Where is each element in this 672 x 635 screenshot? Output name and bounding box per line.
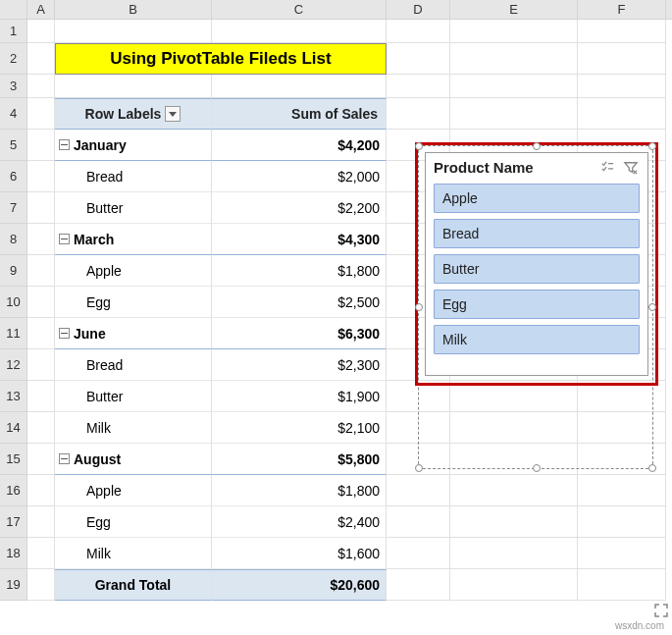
row-header[interactable]: 1 bbox=[0, 20, 27, 43]
row-header[interactable]: 12 bbox=[0, 349, 27, 381]
row-header[interactable]: 11 bbox=[0, 318, 27, 349]
grand-total-label[interactable]: Grand Total bbox=[55, 569, 212, 601]
row-header[interactable]: 15 bbox=[0, 444, 27, 475]
multiselect-icon[interactable] bbox=[598, 160, 616, 176]
cell[interactable] bbox=[578, 20, 666, 43]
pivot-item-value[interactable]: $1,800 bbox=[212, 475, 387, 506]
pivot-item-value[interactable]: $1,900 bbox=[212, 381, 387, 412]
pivot-group[interactable]: August bbox=[55, 444, 212, 475]
pivot-item-value[interactable]: $1,800 bbox=[212, 255, 387, 287]
pivot-item-value[interactable]: $2,100 bbox=[212, 412, 387, 444]
cell[interactable] bbox=[450, 475, 578, 506]
pivot-group[interactable]: January bbox=[55, 130, 212, 161]
cell[interactable] bbox=[578, 43, 666, 75]
pivot-item-value[interactable]: $2,200 bbox=[212, 192, 387, 224]
pivot-group-value[interactable]: $4,300 bbox=[212, 224, 387, 255]
row-header[interactable]: 5 bbox=[0, 130, 27, 161]
cell[interactable] bbox=[27, 506, 55, 538]
cell[interactable] bbox=[27, 20, 55, 43]
pivot-item[interactable]: Milk bbox=[55, 538, 212, 569]
cell[interactable] bbox=[27, 318, 55, 349]
col-header-F[interactable]: F bbox=[578, 0, 666, 19]
cell[interactable] bbox=[387, 98, 450, 130]
slicer-item[interactable]: Bread bbox=[434, 219, 640, 248]
cell[interactable] bbox=[27, 224, 55, 255]
col-header-C[interactable]: C bbox=[212, 0, 387, 19]
row-header[interactable]: 3 bbox=[0, 75, 27, 98]
pivot-item[interactable]: Butter bbox=[55, 381, 212, 412]
cell[interactable] bbox=[578, 506, 666, 538]
cell[interactable] bbox=[27, 75, 55, 98]
select-all-corner[interactable] bbox=[0, 0, 27, 19]
pivot-item[interactable]: Apple bbox=[55, 475, 212, 506]
slicer-item[interactable]: Egg bbox=[434, 290, 640, 319]
grand-total-value[interactable]: $20,600 bbox=[212, 569, 387, 601]
cell[interactable] bbox=[387, 569, 450, 601]
row-header[interactable]: 8 bbox=[0, 224, 27, 255]
cell[interactable] bbox=[27, 412, 55, 444]
cell[interactable] bbox=[450, 569, 578, 601]
cell[interactable] bbox=[450, 538, 578, 569]
row-header[interactable]: 14 bbox=[0, 412, 27, 444]
cell[interactable] bbox=[578, 569, 666, 601]
pivot-item[interactable]: Bread bbox=[55, 161, 212, 192]
row-header[interactable]: 19 bbox=[0, 569, 27, 601]
cell[interactable] bbox=[27, 255, 55, 287]
pivot-item[interactable]: Egg bbox=[55, 506, 212, 538]
cell[interactable] bbox=[578, 98, 666, 130]
resize-handle-icon[interactable] bbox=[648, 142, 656, 150]
resize-handle-icon[interactable] bbox=[415, 464, 423, 472]
cell[interactable] bbox=[27, 349, 55, 381]
pivot-item[interactable]: Egg bbox=[55, 287, 212, 318]
pivot-item-value[interactable]: $2,500 bbox=[212, 287, 387, 318]
pivot-item-value[interactable]: $2,000 bbox=[212, 161, 387, 192]
row-header[interactable]: 4 bbox=[0, 98, 27, 130]
expand-icon[interactable] bbox=[654, 604, 668, 617]
row-header[interactable]: 2 bbox=[0, 43, 27, 75]
row-header[interactable]: 6 bbox=[0, 161, 27, 192]
row-header[interactable]: 16 bbox=[0, 475, 27, 506]
row-header[interactable]: 18 bbox=[0, 538, 27, 569]
row-header[interactable]: 7 bbox=[0, 192, 27, 224]
pivot-item[interactable]: Milk bbox=[55, 412, 212, 444]
col-header-E[interactable]: E bbox=[450, 0, 578, 19]
pivot-header-sum[interactable]: Sum of Sales bbox=[212, 98, 387, 130]
cell[interactable] bbox=[27, 192, 55, 224]
cell[interactable] bbox=[578, 538, 666, 569]
row-header[interactable]: 10 bbox=[0, 287, 27, 318]
cell[interactable] bbox=[450, 20, 578, 43]
pivot-item-value[interactable]: $2,300 bbox=[212, 349, 387, 381]
cell[interactable] bbox=[578, 475, 666, 506]
cell[interactable] bbox=[387, 20, 450, 43]
cell[interactable] bbox=[387, 75, 450, 98]
pivot-item-value[interactable]: $2,400 bbox=[212, 506, 387, 538]
pivot-group-value[interactable]: $6,300 bbox=[212, 318, 387, 349]
col-header-D[interactable]: D bbox=[387, 0, 450, 19]
collapse-icon[interactable] bbox=[59, 453, 70, 464]
slicer-selection-box[interactable]: Product Name Apple Bread Butter Egg Milk bbox=[418, 145, 653, 469]
filter-dropdown-icon[interactable] bbox=[165, 106, 181, 122]
clear-filter-icon[interactable] bbox=[622, 160, 640, 176]
resize-handle-icon[interactable] bbox=[415, 142, 423, 150]
pivot-item[interactable]: Bread bbox=[55, 349, 212, 381]
collapse-icon[interactable] bbox=[59, 139, 70, 150]
row-header[interactable]: 9 bbox=[0, 255, 27, 287]
cell[interactable] bbox=[27, 475, 55, 506]
cell[interactable] bbox=[387, 538, 450, 569]
cell[interactable] bbox=[27, 98, 55, 130]
cell[interactable] bbox=[387, 475, 450, 506]
cell[interactable] bbox=[212, 20, 387, 43]
cell[interactable] bbox=[55, 75, 212, 98]
cell[interactable] bbox=[27, 444, 55, 475]
cell[interactable] bbox=[387, 43, 450, 75]
cell[interactable] bbox=[55, 20, 212, 43]
cell[interactable] bbox=[450, 75, 578, 98]
pivot-header-row-labels[interactable]: Row Labels bbox=[55, 98, 212, 130]
cell[interactable] bbox=[27, 130, 55, 161]
cell[interactable] bbox=[27, 381, 55, 412]
pivot-group-value[interactable]: $5,800 bbox=[212, 444, 387, 475]
cell[interactable] bbox=[27, 43, 55, 75]
cell[interactable] bbox=[578, 75, 666, 98]
resize-handle-icon[interactable] bbox=[415, 303, 423, 311]
title-cell[interactable]: Using PivotTable Fileds List bbox=[55, 43, 387, 75]
